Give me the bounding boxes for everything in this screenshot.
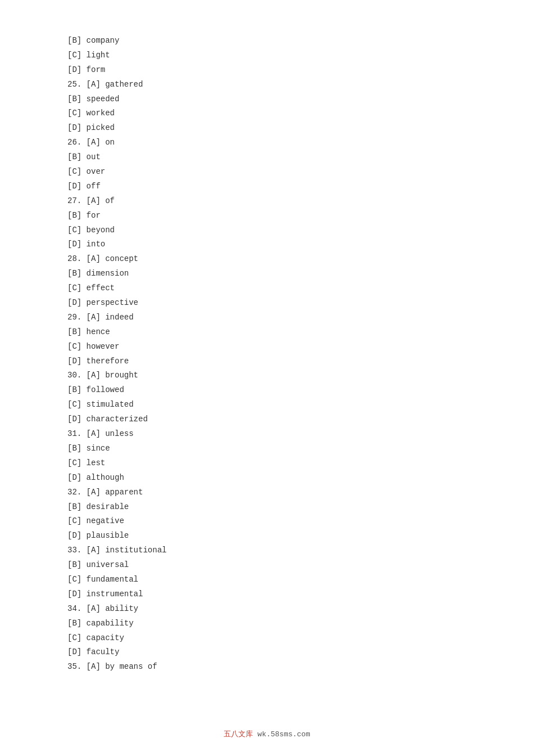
list-item: [B] for: [67, 209, 489, 223]
list-item: 26. [A] on: [67, 136, 489, 150]
list-item: [C] capacity: [67, 631, 489, 646]
list-item: 27. [A] of: [67, 194, 489, 209]
list-item: 31. [A] unless: [67, 427, 489, 442]
list-item: 35. [A] by means of: [67, 660, 489, 674]
list-item: [D] off: [67, 179, 489, 194]
list-item: [C] over: [67, 165, 489, 179]
list-item: [C] lest: [67, 456, 489, 471]
list-item: [C] light: [67, 48, 489, 63]
list-item: 29. [A] indeed: [67, 310, 489, 325]
list-item: [B] hence: [67, 325, 489, 340]
list-item: [B] capability: [67, 616, 489, 631]
list-item: [D] faculty: [67, 645, 489, 660]
list-item: 32. [A] apparent: [67, 485, 489, 500]
list-item: [C] negative: [67, 514, 489, 529]
list-item: [C] fundamental: [67, 573, 489, 587]
list-item: [B] out: [67, 150, 489, 165]
list-item: [D] into: [67, 237, 489, 252]
list-item: [D] characterized: [67, 412, 489, 427]
list-item: [B] desirable: [67, 500, 489, 515]
list-item: [B] followed: [67, 383, 489, 398]
footer-brand: 五八文库: [224, 730, 253, 739]
list-item: [B] dimension: [67, 267, 489, 281]
list-item: [C] effect: [67, 281, 489, 296]
list-item: 30. [A] brought: [67, 368, 489, 383]
footer-url: wk.58sms.com: [257, 730, 310, 739]
list-item: [B] universal: [67, 558, 489, 573]
list-item: [D] instrumental: [67, 587, 489, 602]
list-item: [D] plausible: [67, 529, 489, 543]
footer: 五八文库 wk.58sms.com: [224, 729, 310, 739]
list-item: [B] company: [67, 34, 489, 48]
list-item: [D] picked: [67, 121, 489, 136]
list-item: 33. [A] institutional: [67, 543, 489, 558]
list-item: 25. [A] gathered: [67, 78, 489, 92]
list-item: [D] therefore: [67, 354, 489, 369]
list-item: [C] beyond: [67, 223, 489, 238]
list-item: [B] since: [67, 442, 489, 456]
list-item: 28. [A] concept: [67, 252, 489, 267]
main-content: [B] company[C] light[D] form25. [A] gath…: [0, 0, 534, 719]
list-item: [C] however: [67, 340, 489, 354]
list-item: [B] speeded: [67, 92, 489, 107]
list-item: [D] perspective: [67, 296, 489, 310]
list-item: [D] form: [67, 63, 489, 78]
list-item: [C] worked: [67, 106, 489, 121]
list-item: [C] stimulated: [67, 398, 489, 412]
list-item: 34. [A] ability: [67, 602, 489, 616]
list-item: [D] although: [67, 471, 489, 485]
